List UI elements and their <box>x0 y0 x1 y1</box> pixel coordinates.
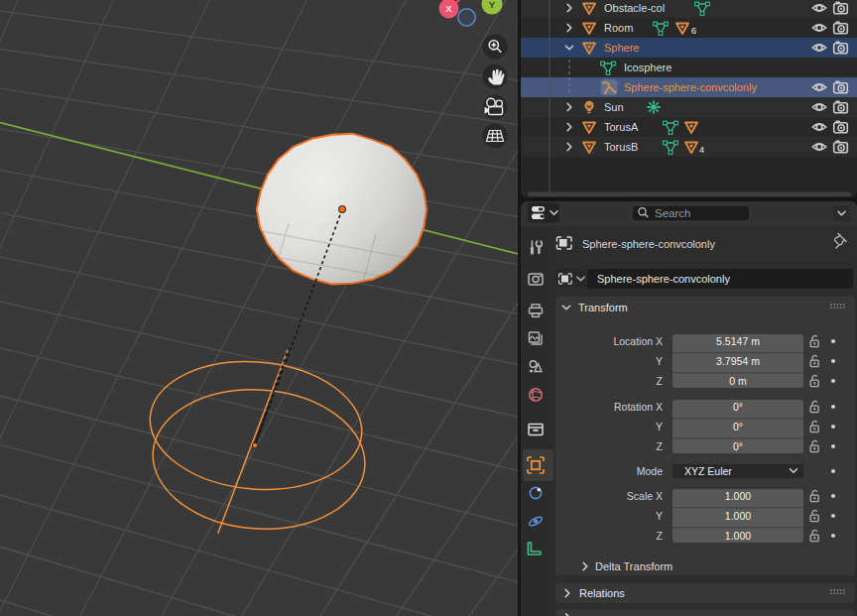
svg-text:0°: 0° <box>733 421 743 432</box>
svg-text:TorusA: TorusA <box>604 121 639 133</box>
svg-text:Location X: Location X <box>613 335 663 347</box>
svg-text:XYZ Euler: XYZ Euler <box>684 465 732 477</box>
svg-text:Room: Room <box>604 22 633 34</box>
svg-text:1.000: 1.000 <box>725 490 751 502</box>
svg-text:0 m: 0 m <box>729 375 747 387</box>
svg-text:Y: Y <box>489 0 496 10</box>
svg-text:Y: Y <box>656 510 663 522</box>
svg-text:Sun: Sun <box>604 101 624 113</box>
svg-text:X: X <box>445 3 452 14</box>
svg-text:0°: 0° <box>733 440 743 452</box>
svg-text:Mode: Mode <box>637 465 663 477</box>
svg-text:4: 4 <box>699 145 704 155</box>
svg-text:TorusB: TorusB <box>604 141 638 153</box>
svg-text:Y: Y <box>656 421 663 432</box>
svg-text:Z: Z <box>657 440 664 452</box>
svg-text:Obstacle-col: Obstacle-col <box>604 2 665 14</box>
svg-text:1.000: 1.000 <box>725 510 751 522</box>
svg-text:Icosphere: Icosphere <box>624 62 672 73</box>
svg-text:Search: Search <box>655 207 690 219</box>
svg-text:Transform: Transform <box>578 302 628 313</box>
svg-text:Relations: Relations <box>579 587 625 599</box>
svg-text:6: 6 <box>691 26 696 36</box>
svg-text:Sphere-sphere-convcolonly: Sphere-sphere-convcolonly <box>597 273 730 285</box>
svg-text:Y: Y <box>656 355 663 367</box>
svg-text:Sphere-sphere-convcolonly: Sphere-sphere-convcolonly <box>582 238 715 250</box>
svg-text:Sphere-sphere-convcolonly: Sphere-sphere-convcolonly <box>624 81 757 93</box>
svg-text:Scale X: Scale X <box>627 490 663 502</box>
svg-text:Sphere: Sphere <box>604 42 639 54</box>
svg-text:Z: Z <box>657 530 664 542</box>
svg-text:Rotation X: Rotation X <box>614 401 663 413</box>
svg-text:5.5147 m: 5.5147 m <box>716 335 760 347</box>
svg-text:0°: 0° <box>733 401 743 413</box>
svg-text:Z: Z <box>657 375 664 387</box>
svg-text:1.000: 1.000 <box>725 530 751 542</box>
svg-text:Delta Transform: Delta Transform <box>595 560 673 572</box>
svg-text:3.7954 m: 3.7954 m <box>716 355 760 367</box>
